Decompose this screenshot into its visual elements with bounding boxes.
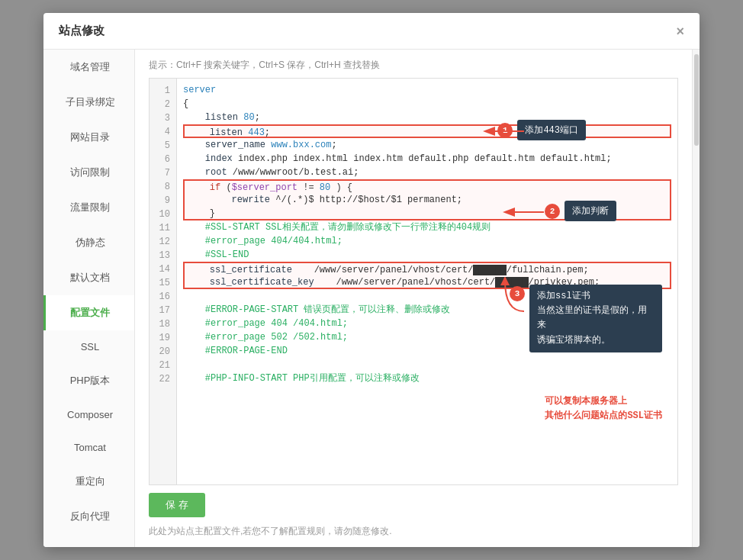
line-num-16: 16 <box>150 289 176 303</box>
line-num-9: 9 <box>150 193 176 207</box>
sidebar-item-php[interactable]: PHP版本 <box>43 363 134 398</box>
line-num-17: 17 <box>150 303 176 317</box>
code-line-1: server <box>183 83 671 97</box>
line-num-10: 10 <box>150 207 176 220</box>
line-num-21: 21 <box>150 358 176 372</box>
code-editor[interactable]: 1 2 3 4 5 6 7 8 9 10 11 12 13 14 <box>149 78 678 485</box>
code-line-20: #ERROR-PAGE-END <box>183 344 671 358</box>
line-num-11: 11 <box>150 220 176 234</box>
line-num-2: 2 <box>150 97 176 111</box>
code-line-14: ssl_certificate /www/server/panel/vhost/… <box>183 262 671 275</box>
save-button[interactable]: 保 存 <box>149 493 205 517</box>
line-num-1: 1 <box>150 83 176 97</box>
code-line-6: index index.php index.html index.htm def… <box>183 152 671 166</box>
line-num-7: 7 <box>150 166 176 179</box>
code-line-5: server_name www.bxx.com; <box>183 138 671 152</box>
code-line-21 <box>183 358 671 372</box>
line-num-8: 8 <box>150 179 176 193</box>
code-line-10: } <box>183 207 671 220</box>
code-line-12: #error_page 404/404.html; <box>183 234 671 248</box>
sidebar-item-tomcat[interactable]: Tomcat <box>43 431 134 464</box>
scrollbar[interactable] <box>692 50 700 547</box>
line-numbers: 1 2 3 4 5 6 7 8 9 10 11 12 13 14 <box>150 79 177 484</box>
modal-body: 域名管理 子目录绑定 网站目录 访问限制 流量限制 伪静态 默认文档 配置文件 … <box>43 50 700 547</box>
line-num-19: 19 <box>150 330 176 344</box>
sidebar-item-domain[interactable]: 域名管理 <box>43 50 134 85</box>
line-num-6: 6 <box>150 152 176 166</box>
sidebar-item-composer[interactable]: Composer <box>43 398 134 431</box>
code-line-9: rewrite ^/(.*)$ http://$host/$1 permanen… <box>183 193 671 207</box>
sidebar-item-webroot[interactable]: 网站目录 <box>43 120 134 155</box>
sidebar-item-config[interactable]: 配置文件 <box>43 295 134 330</box>
line-num-12: 12 <box>150 234 176 248</box>
line-num-14: 14 <box>150 262 176 275</box>
line-num-13: 13 <box>150 248 176 262</box>
modal-title-bar: 站点修改 × <box>43 13 700 50</box>
line-num-18: 18 <box>150 317 176 330</box>
code-line-11: #SSL-START SSL相关配置，请勿删除或修改下一行带注释的404规则 <box>183 220 671 234</box>
code-line-13: #SSL-END <box>183 248 671 262</box>
sidebar: 域名管理 子目录绑定 网站目录 访问限制 流量限制 伪静态 默认文档 配置文件 … <box>43 50 135 547</box>
close-button[interactable]: × <box>676 24 684 38</box>
sidebar-item-redirect[interactable]: 重定向 <box>43 464 134 499</box>
code-line-15: ssl_certificate_key /www/server/panel/vh… <box>183 275 671 289</box>
sidebar-item-subdir[interactable]: 子目录绑定 <box>43 85 134 120</box>
sidebar-item-default[interactable]: 默认文档 <box>43 260 134 295</box>
sidebar-item-traffic[interactable]: 流量限制 <box>43 190 134 225</box>
code-line-16 <box>183 289 671 303</box>
code-line-18: #error_page 404 /404.html; <box>183 317 671 330</box>
line-num-5: 5 <box>150 138 176 152</box>
code-line-7: root /www/wwwroot/b.test.ai; <box>183 166 671 179</box>
code-line-19: #error_page 502 /502.html; <box>183 330 671 344</box>
code-line-4: listen 443; <box>183 124 671 138</box>
code-line-22: #PHP-INFO-START PHP引用配置，可以注释或修改 <box>183 372 671 385</box>
scrollbar-thumb[interactable] <box>694 54 699 146</box>
line-num-20: 20 <box>150 344 176 358</box>
code-lines[interactable]: server { listen 80; listen 443; server_n… <box>177 79 677 484</box>
code-line-8: if ($server_port != 80 ) { <box>183 179 671 193</box>
footer-bar: 保 存 <box>149 485 678 520</box>
modal-overlay: 站点修改 × 域名管理 子目录绑定 网站目录 访问限制 流量限制 伪静态 默认文… <box>0 0 743 560</box>
sidebar-item-access[interactable]: 访问限制 <box>43 155 134 190</box>
line-num-22: 22 <box>150 372 176 385</box>
line-num-4: 4 <box>150 124 176 138</box>
code-line-17: #ERROR-PAGE-START 错误页配置，可以注释、删除或修改 <box>183 303 671 317</box>
sidebar-item-proxy[interactable]: 反向代理 <box>43 499 134 534</box>
hint-bar: 提示：Ctrl+F 搜索关键字，Ctrl+S 保存，Ctrl+H 查找替换 <box>149 59 678 72</box>
modal: 站点修改 × 域名管理 子目录绑定 网站目录 访问限制 流量限制 伪静态 默认文… <box>43 13 700 547</box>
main-content: 提示：Ctrl+F 搜索关键字，Ctrl+S 保存，Ctrl+H 查找替换 1 … <box>135 50 692 547</box>
code-line-2: { <box>183 97 671 111</box>
sidebar-item-ssl[interactable]: SSL <box>43 330 134 363</box>
line-num-3: 3 <box>150 111 176 124</box>
modal-title-text: 站点修改 <box>59 24 105 38</box>
footer-note: 此处为站点主配置文件,若您不了解配置规则，请勿随意修改. <box>149 525 678 538</box>
line-num-15: 15 <box>150 275 176 289</box>
sidebar-item-pseudo[interactable]: 伪静态 <box>43 225 134 260</box>
code-line-3: listen 80; <box>183 111 671 124</box>
